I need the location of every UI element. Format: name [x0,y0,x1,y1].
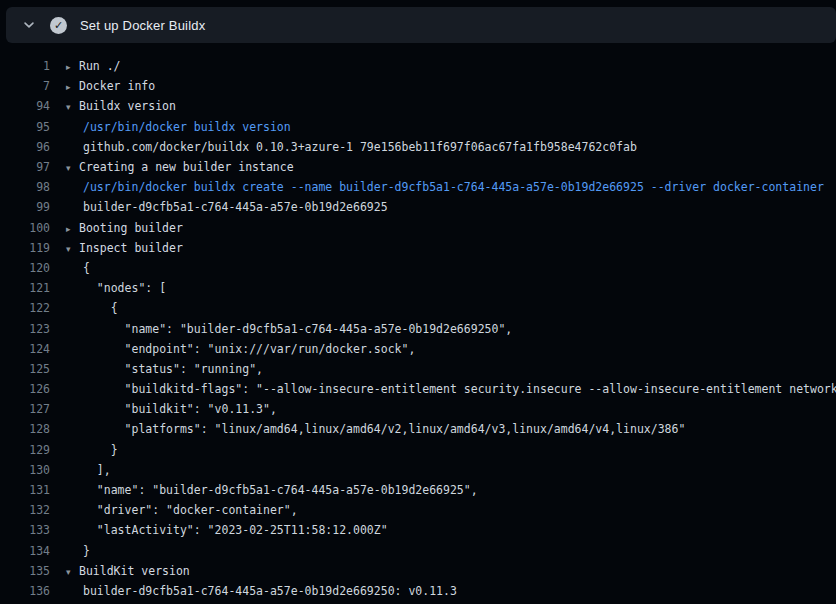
log-line: 133 "lastActivity": "2023-02-25T11:58:12… [0,520,836,540]
group-title: Booting builder [79,221,183,235]
line-number[interactable]: 120 [0,261,50,275]
log-line: 119▾Inspect builder [0,238,836,258]
log-command-text: /usr/bin/docker buildx version [66,120,291,134]
log-line: 94▾Buildx version [0,96,836,116]
line-number[interactable]: 134 [0,544,50,558]
group-title: Inspect builder [79,241,183,255]
log-output-text: "buildkit": "v0.11.3", [66,402,277,416]
log-output-text: "platforms": "linux/amd64,linux/amd64/v2… [66,422,685,436]
log-line: 134} [0,541,836,561]
log-line: 128 "platforms": "linux/amd64,linux/amd6… [0,419,836,439]
log-output-text: "lastActivity": "2023-02-25T11:58:12.000… [66,523,388,537]
group-title: Docker info [79,79,155,93]
log-line: 135▾BuildKit version [0,561,836,581]
log-line: 126 "buildkitd-flags": "--allow-insecure… [0,379,836,399]
line-number[interactable]: 129 [0,443,50,457]
log-group-header[interactable]: ▾Buildx version [66,99,176,113]
log-line: 129 } [0,440,836,460]
line-number[interactable]: 124 [0,342,50,356]
log-output-text: builder-d9cfb5a1-c764-445a-a57e-0b19d2e6… [66,200,388,214]
log-line: 7▸Docker info [0,76,836,96]
check-circle-icon: ✓ [50,17,67,34]
group-collapsed-icon[interactable]: ▸ [66,82,79,92]
line-number[interactable]: 96 [0,140,50,154]
line-number[interactable]: 128 [0,422,50,436]
line-number[interactable]: 7 [0,79,50,93]
log-line: 1▸Run ./ [0,56,836,76]
line-number[interactable]: 130 [0,463,50,477]
log-group-header[interactable]: ▾Creating a new builder instance [66,160,294,174]
log-line: 122 { [0,298,836,318]
line-number[interactable]: 133 [0,523,50,537]
log-output-text: "driver": "docker-container", [66,503,298,517]
line-number[interactable]: 123 [0,322,50,336]
log-output-text: } [66,544,90,558]
log-output-text: "endpoint": "unix:///var/run/docker.sock… [66,342,415,356]
line-number[interactable]: 97 [0,160,50,174]
log-group-header[interactable]: ▸Run ./ [66,59,121,73]
log-line: 130 ], [0,460,836,480]
line-number[interactable]: 131 [0,483,50,497]
line-number[interactable]: 1 [0,59,50,73]
log-output-text: builder-d9cfb5a1-c764-445a-a57e-0b19d2e6… [66,584,457,598]
group-title: Run ./ [79,59,121,73]
log-output-text: ], [66,463,111,477]
log-line: 121 "nodes": [ [0,278,836,298]
log-output-text: "name": "builder-d9cfb5a1-c764-445a-a57e… [66,322,512,336]
log-output-text: { [66,261,90,275]
log-line: 136builder-d9cfb5a1-c764-445a-a57e-0b19d… [0,581,836,601]
group-collapsed-icon[interactable]: ▸ [66,224,79,234]
log-output-text: "name": "builder-d9cfb5a1-c764-445a-a57e… [66,483,478,497]
log-output-text: "buildkitd-flags": "--allow-insecure-ent… [66,382,836,396]
line-number[interactable]: 121 [0,281,50,295]
log-output-text: github.com/docker/buildx 0.10.3+azure-1 … [66,140,637,154]
line-number[interactable]: 122 [0,301,50,315]
group-expanded-icon[interactable]: ▾ [66,163,79,173]
log-line: 96github.com/docker/buildx 0.10.3+azure-… [0,137,836,157]
log-line: 95/usr/bin/docker buildx version [0,117,836,137]
line-number[interactable]: 98 [0,180,50,194]
line-number[interactable]: 119 [0,241,50,255]
log-line: 98/usr/bin/docker buildx create --name b… [0,177,836,197]
line-number[interactable]: 99 [0,200,50,214]
group-expanded-icon[interactable]: ▾ [66,567,79,577]
log-output-text: } [66,443,118,457]
line-number[interactable]: 132 [0,503,50,517]
log-output-text: "nodes": [ [66,281,166,295]
group-title: Creating a new builder instance [79,160,294,174]
log-line: 123 "name": "builder-d9cfb5a1-c764-445a-… [0,318,836,338]
line-number[interactable]: 127 [0,402,50,416]
log-group-header[interactable]: ▸Docker info [66,79,155,93]
line-number[interactable]: 95 [0,120,50,134]
log-line: 124 "endpoint": "unix:///var/run/docker.… [0,339,836,359]
line-number[interactable]: 125 [0,362,50,376]
line-number[interactable]: 136 [0,584,50,598]
log-line: 97▾Creating a new builder instance [0,157,836,177]
group-expanded-icon[interactable]: ▾ [66,244,79,254]
log-group-header[interactable]: ▾Inspect builder [66,241,183,255]
log-line: 99builder-d9cfb5a1-c764-445a-a57e-0b19d2… [0,197,836,217]
line-number[interactable]: 100 [0,221,50,235]
log-line: 120{ [0,258,836,278]
group-title: Buildx version [79,99,176,113]
log-line: 132 "driver": "docker-container", [0,500,836,520]
line-number[interactable]: 126 [0,382,50,396]
step-header[interactable]: ✓ Set up Docker Buildx [6,7,836,43]
group-title: BuildKit version [79,564,190,578]
step-title: Set up Docker Buildx [80,18,205,33]
log-line: 125 "status": "running", [0,359,836,379]
log-line: 131 "name": "builder-d9cfb5a1-c764-445a-… [0,480,836,500]
group-collapsed-icon[interactable]: ▸ [66,62,79,72]
line-number[interactable]: 94 [0,99,50,113]
log-output-text: { [66,301,118,315]
log-command-text: /usr/bin/docker buildx create --name bui… [66,180,824,194]
group-expanded-icon[interactable]: ▾ [66,102,79,112]
log-group-header[interactable]: ▸Booting builder [66,221,183,235]
chevron-down-icon[interactable] [22,18,36,32]
log-lines: 1▸Run ./7▸Docker info94▾Buildx version95… [0,56,836,601]
log-line: 100▸Booting builder [0,218,836,238]
log-output-text: "status": "running", [66,362,263,376]
log-group-header[interactable]: ▾BuildKit version [66,564,190,578]
line-number[interactable]: 135 [0,564,50,578]
log-line: 127 "buildkit": "v0.11.3", [0,399,836,419]
